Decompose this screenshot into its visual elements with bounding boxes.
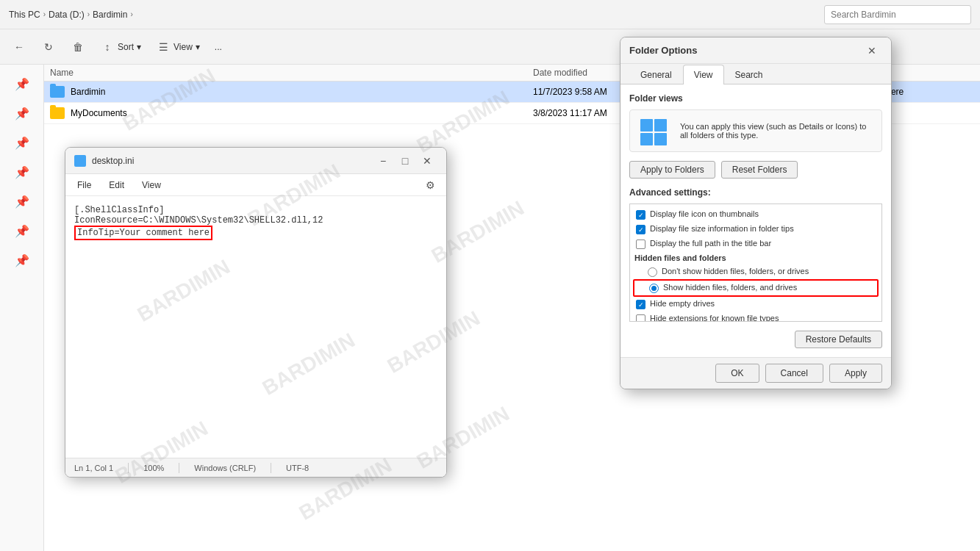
status-separator [271, 463, 271, 473]
checkbox-icon[interactable] [636, 210, 645, 220]
nav-pin5-icon[interactable]: 📌 [9, 188, 35, 215]
notepad-window: desktop.ini − □ ✕ File Edit View ⚙ [.She… [65, 147, 447, 478]
folder-icon [50, 86, 65, 98]
file-name: Bardimin [71, 87, 105, 97]
settings-list: Display file icon on thumbnails Display … [629, 204, 882, 322]
breadcrumb: This PC › Data (D:) › Bardimin › [9, 10, 818, 20]
folder-icon-large [636, 116, 671, 145]
folder-grid-icon [640, 119, 667, 145]
list-item[interactable]: Don't show hidden files, folders, or dri… [633, 264, 879, 279]
list-item[interactable]: Hide empty drives [633, 297, 879, 311]
view-button[interactable]: ☰ View ▾ [150, 37, 206, 57]
code-line-1: [.ShellClassInfo] [74, 205, 437, 215]
radio-icon[interactable] [648, 267, 657, 277]
cancel-button[interactable]: Cancel [765, 364, 823, 383]
setting-group-label: Hidden files and folders [634, 253, 726, 262]
zoom-level: 100% [143, 464, 164, 472]
apply-button[interactable]: Apply [829, 364, 882, 383]
breadcrumb-folder[interactable]: Bardimin [93, 10, 127, 20]
grid-cell [640, 133, 653, 145]
breadcrumb-thispc[interactable]: This PC [9, 10, 40, 20]
nav-pin2-icon[interactable]: 📌 [9, 100, 35, 126]
nav-pin6-icon[interactable]: 📌 [9, 217, 35, 244]
restore-defaults-button[interactable]: Restore Defaults [795, 331, 882, 348]
list-item[interactable]: Display the full path in the title bar [633, 237, 879, 251]
back-button[interactable]: ← [6, 37, 32, 57]
folder-views-content: You can apply this view (such as Details… [629, 109, 882, 152]
code-line-2: IconResource=C:\WINDOWS\System32\SHELL32… [74, 215, 437, 226]
dialog-close-button[interactable]: ✕ [862, 40, 882, 61]
breadcrumb-sep3: › [130, 10, 132, 18]
close-button[interactable]: ✕ [417, 151, 437, 171]
setting-label: Show hidden files, folders, and drives [663, 283, 797, 292]
cursor-position: Ln 1, Col 1 [74, 464, 113, 472]
notepad-statusbar: Ln 1, Col 1 100% Windows (CRLF) UTF-8 [65, 458, 446, 477]
nav-pin1-icon[interactable]: 📌 [9, 71, 35, 97]
menu-file[interactable]: File [71, 178, 97, 192]
menu-edit[interactable]: Edit [103, 178, 130, 192]
status-separator [179, 463, 179, 473]
notepad-content[interactable]: [.ShellClassInfo] IconResource=C:\WINDOW… [65, 196, 446, 458]
sort-label: Sort [118, 42, 134, 52]
tab-general[interactable]: General [629, 65, 683, 84]
more-button[interactable]: ... [209, 39, 228, 55]
sort-button[interactable]: ↕ Sort ▾ [94, 37, 147, 57]
folder-view-description: You can apply this view (such as Details… [680, 122, 876, 140]
nav-pin4-icon[interactable]: 📌 [9, 159, 35, 185]
setting-label: Display the full path in the title bar [650, 239, 771, 248]
back-icon: ← [12, 40, 26, 54]
reset-folders-button[interactable]: Reset Folders [721, 161, 798, 179]
dialog-titlebar: Folder Options ✕ [620, 37, 891, 64]
list-item[interactable]: Display file size information in folder … [633, 222, 879, 237]
breadcrumb-sep2: › [87, 10, 90, 18]
folder-icon [50, 107, 65, 119]
list-item[interactable]: Hide extensions for known file types [633, 311, 879, 322]
footer-buttons: OK Cancel Apply [715, 364, 882, 383]
ok-button[interactable]: OK [715, 364, 759, 383]
checkbox-icon[interactable] [636, 240, 645, 249]
sort-chevron-icon: ▾ [137, 42, 141, 52]
nav-pin7-icon[interactable]: 📌 [9, 247, 35, 273]
folder-views-label: Folder views [629, 93, 882, 104]
tab-view[interactable]: View [683, 65, 724, 84]
tab-search[interactable]: Search [724, 65, 774, 84]
search-input[interactable] [824, 5, 971, 24]
dialog-footer: OK Cancel Apply [620, 357, 891, 389]
more-label: ... [215, 42, 222, 52]
notepad-icon [74, 155, 86, 167]
list-item[interactable]: Show hidden files, folders, and drives [633, 279, 879, 297]
grid-cell [654, 119, 667, 132]
notepad-menubar: File Edit View ⚙ [65, 174, 446, 196]
view-label: View [174, 42, 193, 52]
list-item[interactable]: Display file icon on thumbnails [633, 207, 879, 222]
checkbox-icon[interactable] [636, 225, 645, 234]
breadcrumb-drive[interactable]: Data (D:) [49, 10, 85, 20]
title-bar: This PC › Data (D:) › Bardimin › [0, 0, 980, 29]
setting-label: Hide extensions for known file types [650, 314, 779, 322]
notepad-title: desktop.ini [92, 156, 373, 166]
highlight-line: InfoTip=Your comment here [74, 226, 212, 240]
delete-button[interactable]: 🗑 [65, 37, 91, 57]
refresh-button[interactable]: ↻ [35, 37, 62, 57]
checkbox-icon[interactable] [636, 314, 645, 322]
notepad-titlebar: desktop.ini − □ ✕ [65, 148, 446, 174]
code-line-3: InfoTip=Your comment here [74, 226, 437, 240]
setting-label: Display file size information in folder … [650, 224, 794, 233]
settings-button[interactable]: ⚙ [420, 175, 440, 195]
nav-pin3-icon[interactable]: 📌 [9, 129, 35, 156]
menu-view[interactable]: View [136, 178, 167, 192]
folder-views-section: Folder views You can apply this view (su… [629, 93, 882, 179]
minimize-button[interactable]: − [373, 151, 393, 171]
setting-label: Don't show hidden files, folders, or dri… [662, 267, 809, 276]
setting-label: Hide empty drives [650, 299, 715, 308]
radio-icon[interactable] [649, 284, 659, 293]
dialog-body: Folder views You can apply this view (su… [620, 84, 891, 357]
file-name-cell: MyDocuments [50, 107, 533, 119]
apply-to-folders-button[interactable]: Apply to Folders [629, 161, 715, 179]
folder-view-buttons: Apply to Folders Reset Folders [629, 161, 882, 179]
dialog-window-controls: ✕ [862, 40, 882, 61]
file-name-cell: Bardimin [50, 86, 533, 98]
left-nav: 📌 📌 📌 📌 📌 📌 📌 [0, 65, 44, 551]
maximize-button[interactable]: □ [395, 151, 415, 171]
checkbox-icon[interactable] [636, 300, 645, 309]
